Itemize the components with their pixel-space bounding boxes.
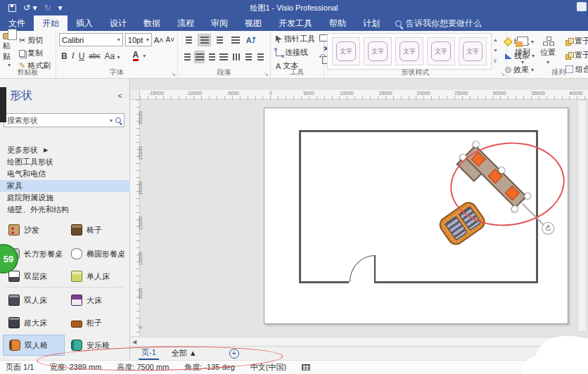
all-pages-tab[interactable]: 全部 ▲: [172, 348, 197, 359]
font-size-combo[interactable]: 10pt▾: [125, 33, 152, 46]
stencil-item-chair[interactable]: 椅子: [65, 219, 127, 240]
shrink-font-button[interactable]: A˅: [165, 36, 174, 44]
panel-collapse-icon[interactable]: <: [118, 91, 122, 100]
style-swatch[interactable]: 文字: [395, 37, 423, 65]
tab-help[interactable]: 帮助: [321, 15, 354, 31]
justify-button[interactable]: [219, 51, 229, 63]
copy-button[interactable]: 复制: [17, 47, 53, 59]
align-bottom-button[interactable]: [213, 34, 226, 46]
decrease-indent-button[interactable]: [243, 51, 253, 63]
paragraph-dialog-launcher-icon[interactable]: ↘: [264, 71, 269, 77]
gallery-up-icon[interactable]: ▲: [493, 37, 498, 42]
page-tab-bar: 页-1 全部 ▲ +: [130, 346, 588, 360]
stencil-item-xl-bed[interactable]: 超大床: [3, 312, 65, 333]
cut-button[interactable]: ✂剪切: [17, 34, 53, 46]
bullet-list-button[interactable]: [229, 34, 242, 46]
position-button[interactable]: 位置▾: [535, 33, 561, 68]
bold-button[interactable]: B: [61, 51, 68, 61]
stencil-item-double-bed[interactable]: 双人床: [3, 290, 65, 311]
font-dialog-launcher-icon[interactable]: ↘: [171, 71, 176, 77]
style-swatch[interactable]: 文字: [427, 37, 455, 65]
tab-plan[interactable]: 计划: [354, 15, 388, 31]
status-language[interactable]: 中文(中国): [250, 362, 286, 373]
easy-chair-icon: [71, 340, 82, 351]
horizontal-scrollbar[interactable]: ◀: [130, 337, 588, 346]
bring-to-front-button[interactable]: 置于顶层: [563, 35, 588, 47]
section-furniture[interactable]: 家具: [0, 180, 130, 192]
increase-indent-button[interactable]: [256, 51, 266, 63]
section-walls-shell-structure[interactable]: 墙壁、外壳和结构: [0, 204, 130, 216]
section-more-shapes[interactable]: 更多形状▶: [0, 144, 130, 156]
tab-view[interactable]: 视图: [236, 15, 270, 31]
pointer-tool-button[interactable]: 指针工具: [274, 33, 317, 45]
stencil-item-cabinet[interactable]: 柜子: [65, 312, 127, 333]
stencil-item-single-bed[interactable]: 单人床: [65, 266, 127, 287]
change-case-button[interactable]: Aa ▾: [104, 51, 120, 61]
section-garden-accessories[interactable]: 庭院附属设施: [0, 192, 130, 204]
chair-icon: [71, 224, 82, 236]
arrange-group: 排列▾ 位置▾ 置于顶层 置于底层 组合 排列: [507, 31, 588, 78]
tab-data[interactable]: 数据: [135, 15, 169, 31]
shape-styles-group: 文字 文字 文字 文字 文字 ▲ ▼ ⊽ 填充▾ 线条▾ 效果▾ 形状样式 ↘: [324, 31, 507, 78]
stencil-item-easy-chair[interactable]: 安乐椅: [65, 335, 127, 356]
tab-file[interactable]: 文件: [0, 15, 34, 31]
loveseat-icon: [9, 340, 20, 351]
tab-insert[interactable]: 插入: [68, 15, 101, 31]
door-shape[interactable]: [350, 255, 375, 282]
strikethrough-button[interactable]: abc: [89, 52, 100, 60]
page-tab[interactable]: 页-1: [139, 347, 159, 360]
align-left-button[interactable]: [182, 51, 192, 63]
tell-me-box[interactable]: 告诉我你想要做什么: [388, 15, 489, 31]
paste-button[interactable]: 粘贴 ▾: [3, 33, 15, 68]
italic-button[interactable]: I: [72, 51, 75, 61]
search-icon[interactable]: [115, 117, 121, 123]
underline-button[interactable]: U: [79, 51, 85, 61]
text-direction-button[interactable]: [231, 51, 241, 63]
align-top-button[interactable]: [182, 34, 196, 46]
pointer-icon: [276, 35, 282, 43]
stencil-item-loveseat[interactable]: 双人椅: [3, 335, 65, 356]
signin-button[interactable]: [577, 2, 587, 11]
style-swatch[interactable]: 文字: [364, 37, 392, 65]
section-drawing-tool-shapes[interactable]: 绘图工具形状: [0, 156, 130, 168]
status-page[interactable]: 页面 1/1: [6, 362, 34, 373]
grow-font-button[interactable]: A˄: [154, 36, 164, 44]
ribbon-tab-bar: 文件 开始 插入 设计 数据 流程 审阅 视图 开发工具 帮助 计划 告诉我你想…: [0, 15, 588, 31]
tab-process[interactable]: 流程: [169, 15, 203, 31]
shape-search-input[interactable]: 搜索形状 ▾: [4, 113, 124, 127]
align-middle-button[interactable]: [198, 34, 211, 46]
tab-home[interactable]: 开始: [34, 15, 68, 31]
insert-page-button[interactable]: +: [229, 349, 239, 359]
stencil-item-sofa[interactable]: 沙发: [3, 219, 65, 240]
search-dropdown-icon[interactable]: ▾: [110, 117, 113, 124]
font-color-dropdown-icon[interactable]: ▾: [143, 53, 146, 59]
font-family-combo[interactable]: Calibri▾: [59, 33, 123, 46]
tab-developer[interactable]: 开发工具: [270, 15, 321, 31]
tab-review[interactable]: 审阅: [203, 15, 236, 31]
connector-button[interactable]: 连接线: [274, 46, 317, 58]
stencil-item-oval-table[interactable]: 椭圆形餐桌: [65, 243, 127, 264]
tools-group-label: 工具: [271, 67, 324, 77]
style-swatch[interactable]: 文字: [459, 37, 487, 65]
send-to-back-button[interactable]: 置于底层: [563, 49, 588, 61]
input-method-icon[interactable]: [302, 364, 310, 370]
drawing-canvas[interactable]: -15000 -10000 -5000 0 5000 10000 15000 2…: [130, 79, 588, 346]
align-button[interactable]: 排列▾: [510, 33, 535, 68]
gallery-more-icon[interactable]: ⊽: [493, 58, 498, 64]
shape-styles-dialog-launcher-icon[interactable]: ↘: [500, 71, 505, 77]
font-group-label: 字体: [56, 67, 177, 77]
stencil-item-big-bed[interactable]: 大床: [65, 290, 127, 311]
section-electrical-telecom[interactable]: 电气和电信: [0, 168, 130, 180]
bring-front-icon: [565, 38, 573, 45]
panel-edge-strip: [0, 87, 6, 122]
vertical-scrollbar[interactable]: [577, 100, 587, 332]
align-center-button[interactable]: [194, 51, 204, 63]
scroll-left-icon[interactable]: ◀: [130, 339, 136, 345]
arrange-group-label: 排列: [507, 67, 588, 77]
font-color-button[interactable]: A: [133, 51, 139, 61]
style-swatch[interactable]: 文字: [332, 37, 360, 65]
align-right-button[interactable]: [207, 51, 217, 63]
tab-design[interactable]: 设计: [101, 15, 135, 31]
rotate-text-button[interactable]: A⤴: [244, 34, 257, 46]
gallery-down-icon[interactable]: ▼: [493, 48, 498, 53]
